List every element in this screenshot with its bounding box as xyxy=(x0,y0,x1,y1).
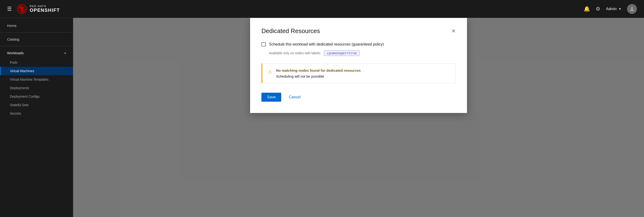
sidebar-item-deployment-configs[interactable]: Deployment Configs xyxy=(0,92,73,101)
logo-area: RED HAT® OPENSHIFT xyxy=(16,4,60,14)
labels-prefix-text: Available only on nodes with labels: xyxy=(269,51,321,55)
user-avatar-icon xyxy=(629,6,635,12)
navbar-left: ☰ RED HAT® OPENSHIFT xyxy=(7,4,60,14)
save-button[interactable]: Save xyxy=(262,93,281,102)
warning-content: No matching nodes found for dedicated re… xyxy=(276,68,361,78)
sidebar-item-home[interactable]: Home xyxy=(0,20,73,31)
warning-title: No matching nodes found for dedicated re… xyxy=(276,68,361,72)
sidebar-item-deployments[interactable]: Deployments xyxy=(0,84,73,92)
sidebar-item-catalog[interactable]: Catalog xyxy=(0,34,73,45)
main-layout: Home Catalog Workloads ▾ Pods Virtual Ma… xyxy=(0,18,644,217)
dedicated-resources-modal: Dedicated Resources ✕ Schedule this work… xyxy=(250,18,467,113)
gear-icon[interactable]: ⚙ xyxy=(596,6,600,12)
modal-header: Dedicated Resources ✕ xyxy=(262,27,456,35)
notification-icon[interactable]: 🔔 xyxy=(584,6,590,12)
sidebar-item-virtual-machines[interactable]: Virtual Machines xyxy=(0,67,73,75)
hamburger-icon[interactable]: ☰ xyxy=(7,6,12,12)
warning-triangle-icon: ⚠ xyxy=(268,69,272,75)
button-row: Save Cancel xyxy=(262,93,456,102)
warning-body: Scheduling will not be possible xyxy=(276,74,361,78)
sidebar: Home Catalog Workloads ▾ Pods Virtual Ma… xyxy=(0,18,73,217)
navbar-right: 🔔 ⚙ Admin ▼ xyxy=(584,4,637,14)
modal-close-button[interactable]: ✕ xyxy=(452,29,456,34)
warning-box: ⚠ No matching nodes found for dedicated … xyxy=(262,64,456,83)
sidebar-item-stateful-sets[interactable]: Stateful Sets xyxy=(0,101,73,109)
checkbox-label[interactable]: Schedule this workload with dedicated re… xyxy=(269,42,384,47)
sidebar-item-secrets[interactable]: Secrets xyxy=(0,109,73,118)
cancel-button[interactable]: Cancel xyxy=(287,93,302,102)
sidebar-divider-2 xyxy=(0,46,73,46)
content-area: Dedicated Resources ✕ Schedule this work… xyxy=(73,18,644,217)
dedicated-resources-checkbox[interactable] xyxy=(262,42,266,47)
admin-label: Admin xyxy=(606,7,617,11)
cpumanager-label-badge: cpumanager=true xyxy=(324,50,360,56)
modal-title: Dedicated Resources xyxy=(262,27,320,35)
workloads-chevron-icon: ▾ xyxy=(64,51,66,55)
svg-point-1 xyxy=(631,7,633,9)
sidebar-divider-1 xyxy=(0,32,73,33)
admin-chevron-icon: ▼ xyxy=(618,7,621,11)
redhat-logo-icon xyxy=(16,4,27,14)
navbar: ☰ RED HAT® OPENSHIFT 🔔 ⚙ Admin ▼ xyxy=(0,0,644,18)
labels-row: Available only on nodes with labels: cpu… xyxy=(262,50,456,56)
sidebar-item-virtual-machine-templates[interactable]: Virtual Machine Templates xyxy=(0,75,73,84)
sidebar-item-pods[interactable]: Pods xyxy=(0,58,73,67)
checkbox-row: Schedule this workload with dedicated re… xyxy=(262,42,456,47)
brand-text: RED HAT® OPENSHIFT xyxy=(30,5,60,13)
sidebar-item-workloads[interactable]: Workloads ▾ xyxy=(0,48,73,58)
avatar[interactable] xyxy=(627,4,637,14)
admin-dropdown[interactable]: Admin ▼ xyxy=(606,7,621,11)
